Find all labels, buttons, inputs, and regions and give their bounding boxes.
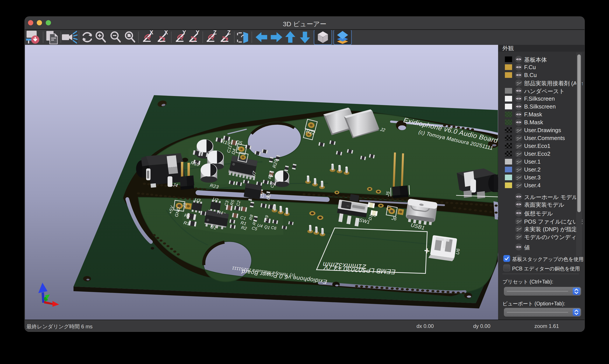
svg-text:Z: Z <box>213 30 217 35</box>
svg-text:Y: Y <box>196 30 199 35</box>
svg-text:Y: Y <box>182 30 186 35</box>
svg-text:U6: U6 <box>455 248 461 255</box>
svg-text:on: on <box>347 205 349 207</box>
svg-text:X: X <box>150 30 153 35</box>
svg-text:Z: Z <box>227 30 231 35</box>
svg-text:X: X <box>164 30 168 35</box>
